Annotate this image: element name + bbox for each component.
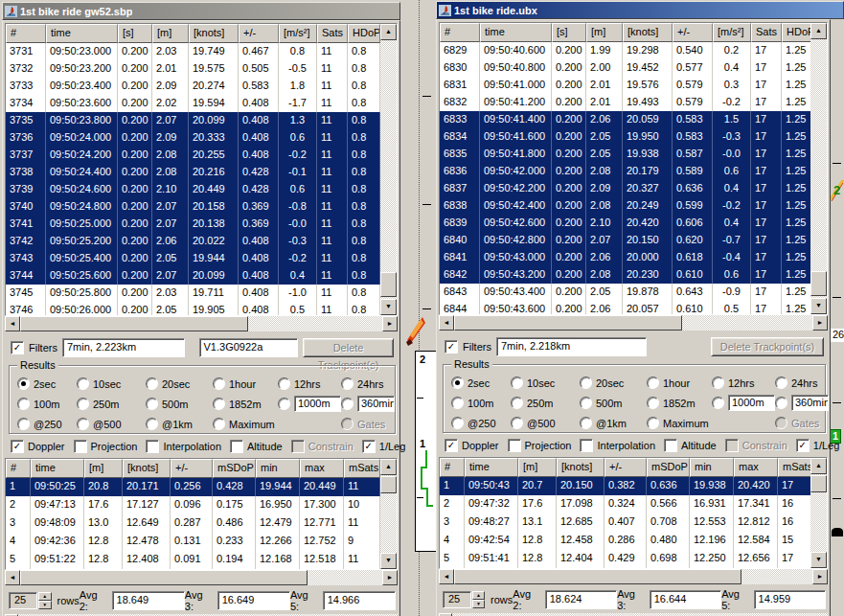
column-header[interactable]: time [480, 23, 552, 42]
radio-500[interactable] [511, 417, 523, 429]
table-row[interactable]: 373109:50:23.0000.2002.0319.7490.4670.81… [6, 43, 380, 60]
scroll-up-button[interactable]: ▲ [810, 458, 827, 474]
scroll-down-button[interactable]: ▼ [810, 298, 827, 314]
avg2-field[interactable]: 18.624 [545, 590, 617, 609]
column-header[interactable]: +/- [171, 459, 213, 478]
avg3-field[interactable]: 16.649 [217, 591, 290, 610]
table-row[interactable]: 109:50:2520.820.1710.2560.42819.94420.44… [6, 478, 380, 496]
spinner-up-button[interactable]: ▲ [38, 592, 51, 601]
scrollbar-thumb[interactable] [20, 570, 308, 585]
scroll-right-button[interactable]: ► [382, 570, 398, 585]
radio-1852m[interactable] [213, 398, 225, 410]
radio-value-field[interactable]: 360min [791, 395, 829, 411]
scroll-left-button[interactable]: ◄ [5, 570, 20, 585]
column-header[interactable]: # [440, 23, 480, 42]
radio-value-field[interactable]: 1000m [728, 395, 775, 411]
spinner-down-button[interactable]: ▼ [38, 601, 51, 609]
window-titlebar[interactable]: 1st bike ride gw52.sbp [2, 2, 400, 20]
table-row[interactable]: 684009:50:42.8000.2002.0720.1500.620-0.7… [440, 232, 810, 249]
column-header[interactable]: Sats [317, 24, 348, 43]
table-row[interactable]: 309:48:2713.112.6850.4070.70812.55312.81… [440, 513, 810, 532]
table-row[interactable]: 373909:50:24.6000.2002.1020.4490.4280.61… [6, 181, 380, 198]
radio-maximum[interactable] [647, 417, 659, 429]
rows-spinner-value[interactable]: 25 [9, 592, 37, 609]
results-hscrollbar[interactable]: ◄ ► [439, 569, 828, 584]
table-row[interactable]: 684309:50:43.4000.2002.0519.8780.643-0.9… [440, 284, 810, 301]
scroll-up-button[interactable]: ▲ [380, 459, 397, 475]
radio-1000m[interactable] [712, 397, 724, 409]
scroll-right-button[interactable]: ► [812, 569, 828, 584]
radio-24hrs[interactable] [775, 376, 787, 389]
radio-2sec[interactable] [451, 376, 464, 389]
scrollbar-thumb[interactable] [454, 569, 741, 584]
radio-1hour[interactable] [647, 376, 659, 389]
table-row[interactable]: 683109:50:41.0000.2002.0119.5760.5790.31… [440, 77, 810, 94]
radio-2sec[interactable] [17, 377, 30, 390]
table-row[interactable]: 109:50:4320.720.1500.3820.63619.93820.42… [440, 477, 810, 495]
table-row[interactable]: 373309:50:23.4000.2002.0920.2740.5831.81… [6, 78, 380, 95]
table-row[interactable]: 683609:50:42.0000.2002.0820.1790.5890.61… [440, 163, 810, 180]
column-header[interactable]: [s] [118, 24, 152, 43]
scroll-right-button[interactable]: ► [812, 315, 828, 331]
scroll-down-button[interactable]: ▼ [380, 299, 397, 315]
scrollbar-thumb[interactable] [810, 271, 827, 296]
table-row[interactable]: 209:47:1317.617.1270.0960.17516.95017.30… [6, 496, 380, 514]
window-titlebar[interactable]: 1st bike ride.ubx [436, 1, 844, 19]
column-header[interactable]: [m] [586, 23, 623, 42]
table-row[interactable]: 374209:50:25.2000.2002.0620.0220.408-0.3… [6, 233, 380, 250]
table-row[interactable]: 374109:50:25.0000.2002.0720.1380.369-0.0… [6, 216, 380, 233]
table-row[interactable]: 373809:50:24.4000.2002.0820.2160.428-0.1… [6, 164, 380, 181]
scrollbar-track[interactable] [810, 474, 827, 552]
checkbox-projection[interactable]: ✓ [508, 439, 521, 452]
filter-summary-field[interactable]: 7min, 2.223km [62, 338, 185, 357]
radio-100m[interactable] [451, 397, 464, 409]
trackpoint-hscrollbar[interactable]: ◄ ► [5, 316, 398, 331]
avg2-field[interactable]: 18.649 [112, 591, 185, 610]
radio-20sec[interactable] [146, 377, 158, 390]
column-header[interactable]: time [465, 458, 518, 477]
scroll-left-button[interactable]: ◄ [439, 315, 454, 331]
radio-10sec[interactable] [511, 376, 523, 389]
table-row[interactable]: 374609:50:26.0000.2002.0519.9050.4080.51… [6, 302, 380, 315]
results-vscrollbar[interactable]: ▲ ▼ [810, 458, 827, 568]
delete-trackpoints-button[interactable]: Delete Trackpoint(s) [303, 338, 394, 357]
avg5-field[interactable]: 14.966 [323, 591, 396, 610]
column-header[interactable]: [knots] [123, 459, 171, 478]
table-row[interactable]: 509:51:4112.812.4040.4290.69812.25012.65… [440, 550, 810, 568]
table-row[interactable]: 309:48:0913.012.6490.2870.48612.47912.77… [6, 514, 380, 533]
radio-500m[interactable] [580, 397, 592, 409]
table-row[interactable]: 374509:50:25.8000.2002.0319.7110.408-1.0… [6, 285, 380, 302]
table-row[interactable]: 684109:50:43.0000.2002.0620.0000.618-0.4… [440, 249, 810, 266]
scroll-left-button[interactable]: ◄ [5, 316, 20, 331]
scrollbar-thumb[interactable] [20, 316, 248, 331]
column-header[interactable]: [knots] [557, 458, 604, 477]
spinner-down-button[interactable]: ▼ [472, 600, 485, 608]
table-row[interactable]: 409:42:5412.812.4580.2860.48012.19612.58… [440, 532, 810, 550]
filters-checkbox[interactable]: ✓ [445, 340, 458, 354]
radio-1hour[interactable] [213, 377, 225, 390]
radio-10sec[interactable] [77, 377, 89, 390]
table-row[interactable]: 209:47:3217.617.0980.3240.56616.93117.34… [440, 495, 810, 513]
results-vscrollbar[interactable]: ▲ ▼ [380, 459, 397, 569]
radio-24hrs[interactable] [341, 377, 354, 390]
column-header[interactable]: mSats [344, 459, 380, 478]
column-header[interactable]: HDoP [348, 24, 380, 43]
column-header[interactable]: max [300, 459, 344, 478]
radio-12hrs[interactable] [712, 376, 724, 389]
table-row[interactable]: 684409:50:43.6000.2002.0620.0570.6100.51… [440, 301, 810, 314]
radio-12hrs[interactable] [278, 377, 290, 390]
column-header[interactable]: mSDoP [647, 458, 690, 477]
column-header[interactable]: [knots] [189, 24, 239, 43]
scroll-up-button[interactable]: ▲ [380, 24, 397, 40]
column-header[interactable]: [m/s²] [279, 24, 317, 43]
column-header[interactable]: max [734, 458, 778, 477]
checkbox-interpolation[interactable]: ✓ [146, 440, 159, 453]
table-row[interactable]: 373709:50:24.2000.2002.0820.2550.408-0.2… [6, 147, 380, 164]
radio-maximum[interactable] [213, 418, 225, 430]
table-row[interactable]: 374409:50:25.6000.2002.0720.0990.4080.41… [6, 267, 380, 285]
scrollbar-track[interactable] [810, 39, 827, 298]
checkbox-1leg[interactable]: ✓ [362, 440, 376, 453]
radio-500[interactable] [77, 418, 89, 430]
checkbox-constrain[interactable]: ✓ [291, 440, 305, 453]
column-header[interactable]: [m] [84, 459, 123, 478]
